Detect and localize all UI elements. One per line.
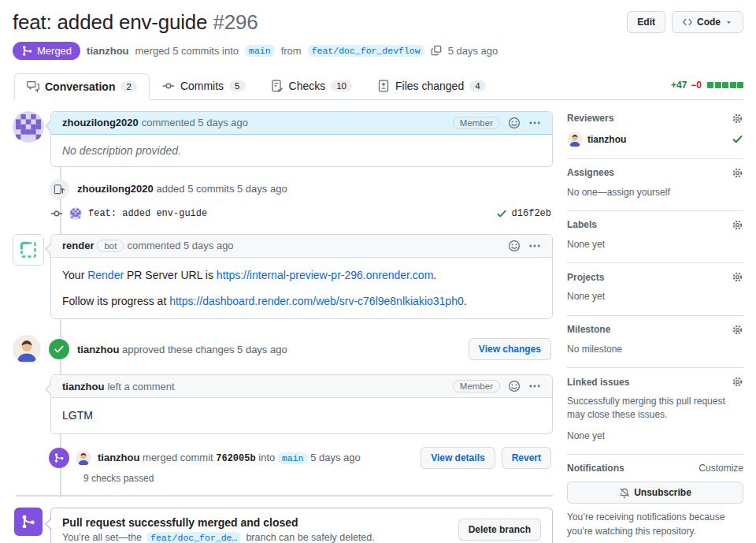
tab-conversation[interactable]: Conversation 2: [14, 73, 150, 100]
smiley-icon: [508, 240, 521, 252]
header-actions: Edit Code: [627, 11, 743, 33]
avatar-tianzhou-small: [567, 132, 583, 147]
merge-author-link[interactable]: tianzhou: [87, 45, 128, 57]
customize-link[interactable]: Customize: [699, 463, 743, 474]
bot-comment-line2: Follow its progress at https://dashboard…: [62, 293, 541, 309]
reviewer-name[interactable]: tianzhou: [587, 134, 626, 145]
milestone-title: Milestone: [567, 324, 610, 335]
git-commit-icon: [162, 80, 175, 92]
from-word: from: [281, 45, 302, 57]
tab-label: Files changed: [395, 80, 464, 92]
linked-issues-description: Successfully merging this pull request m…: [567, 395, 743, 422]
commit-sha-link[interactable]: d16f2eb: [512, 208, 551, 219]
bot-badge: bot: [97, 240, 124, 252]
emoji-reaction-button[interactable]: [508, 240, 521, 252]
tab-commits[interactable]: Commits 5: [150, 73, 258, 99]
comment-options-button[interactable]: [528, 380, 541, 392]
avatar-render-bot[interactable]: [13, 234, 44, 266]
gear-icon[interactable]: [732, 219, 743, 231]
gear-icon[interactable]: [732, 324, 743, 336]
event-author[interactable]: tianzhou: [77, 344, 119, 355]
checks-success-icon[interactable]: [496, 208, 507, 219]
assignees-empty-text[interactable]: No one—assign yourself: [567, 186, 743, 199]
merge-commit-sha[interactable]: 762005b: [216, 453, 255, 464]
comment-options-button[interactable]: [528, 117, 541, 129]
comment-author[interactable]: tianzhou: [62, 381, 104, 392]
merge-time: 5 days ago: [310, 452, 361, 463]
timeline-divider: [16, 495, 553, 497]
edit-button[interactable]: Edit: [627, 11, 665, 33]
merged-banner: Pull request successfully merged and clo…: [13, 508, 553, 543]
event-author[interactable]: tianzhou: [98, 452, 139, 463]
diffstat: +47 −0: [671, 80, 743, 91]
emoji-reaction-button[interactable]: [508, 380, 521, 392]
conversation-timeline: zhouzilong2020 commented 5 days ago Memb…: [13, 111, 553, 543]
head-branch-label[interactable]: feat/doc_for_devflow: [308, 45, 424, 57]
gear-icon[interactable]: [732, 113, 743, 125]
render-link[interactable]: Render: [87, 269, 124, 281]
comment-author[interactable]: render: [62, 240, 94, 251]
copy-icon[interactable]: [431, 45, 442, 56]
linked-issues-empty-text: None yet: [567, 430, 743, 443]
smiley-icon: [508, 117, 521, 129]
reviewer-row[interactable]: tianzhou: [567, 132, 743, 147]
base-branch-label[interactable]: main: [245, 45, 275, 57]
kebab-icon: [528, 380, 541, 392]
tab-files-changed[interactable]: Files changed 4: [365, 73, 498, 99]
code-button[interactable]: Code: [672, 11, 743, 33]
tab-counter: 2: [120, 81, 136, 92]
approved-check-icon: [732, 133, 743, 145]
comment-box: render bot commented 5 days ago Your Ren…: [50, 234, 553, 320]
comment-options-button[interactable]: [528, 240, 541, 252]
pr-number: #296: [213, 10, 258, 34]
bell-slash-icon: [619, 487, 630, 498]
comment-body: Your Render PR Server URL is https://int…: [51, 258, 552, 319]
deleted-branch-label[interactable]: feat/doc_for_de…: [146, 532, 241, 543]
tab-label: Conversation: [45, 80, 115, 93]
projects-title: Projects: [567, 272, 604, 283]
view-details-button[interactable]: View details: [421, 447, 495, 469]
checks-passed-link[interactable]: 9 checks passed: [83, 473, 553, 484]
no-description-text: No description provided.: [62, 144, 181, 157]
bot-comment: render bot commented 5 days ago Your Ren…: [13, 234, 553, 320]
review-comment-text: LGTM: [62, 409, 93, 422]
tab-checks[interactable]: Checks 10: [258, 73, 365, 99]
milestone-empty-text: No milestone: [567, 343, 743, 356]
commit-message-link[interactable]: feat: added env-guide: [88, 208, 207, 219]
comment-discussion-icon: [27, 80, 39, 93]
view-changes-button[interactable]: View changes: [469, 338, 551, 360]
sidebar-section-projects: Projects None yet: [567, 263, 743, 315]
pull-request-page: Edit Code feat: added env-guide #296 Mer…: [0, 0, 756, 543]
gear-icon[interactable]: [732, 271, 743, 283]
pr-meta: Merged tianzhou merged 5 commits into ma…: [13, 42, 743, 60]
banner-subtitle: You’re all set—the feat/doc_for_de… bran…: [62, 532, 375, 543]
unsubscribe-button[interactable]: Unsubscribe: [567, 482, 743, 504]
avatar-tianzhou[interactable]: [13, 335, 41, 363]
avatar-zhouzilong2020[interactable]: [13, 111, 44, 143]
member-badge: Member: [453, 117, 500, 129]
code-icon: [682, 17, 693, 28]
notifications-title: Notifications: [567, 463, 624, 474]
approval-event: tianzhou approved these changes 5 days a…: [13, 335, 553, 363]
comment-action: commented 5 days ago: [142, 117, 248, 128]
delete-branch-button[interactable]: Delete branch: [458, 519, 541, 541]
merge-branch-label[interactable]: main: [278, 452, 308, 464]
unsubscribe-label: Unsubscribe: [634, 487, 691, 498]
merge-event: tianzhou merged commit 762005b into main…: [49, 447, 553, 469]
gear-icon[interactable]: [732, 167, 743, 179]
assignees-title: Assignees: [567, 167, 614, 178]
revert-button[interactable]: Revert: [502, 447, 551, 469]
tab-counter: 10: [331, 80, 352, 91]
dashboard-url-link[interactable]: https://dashboard.render.com/web/srv-c76…: [169, 295, 464, 307]
sidebar-section-milestone: Milestone No milestone: [567, 316, 743, 368]
comment-author[interactable]: zhouzilong2020: [62, 117, 139, 128]
banner-title: Pull request successfully merged and clo…: [62, 516, 375, 529]
event-author[interactable]: zhouzilong2020: [77, 183, 154, 195]
avatar-zhouzilong2020-small[interactable]: [69, 207, 82, 220]
emoji-reaction-button[interactable]: [508, 117, 521, 129]
pr-main: zhouzilong2020 commented 5 days ago Memb…: [13, 111, 743, 543]
preview-url-link[interactable]: https://internal-preview-pr-296.onrender…: [217, 269, 433, 281]
commits-event-badge: [49, 179, 69, 199]
gear-icon[interactable]: [732, 376, 743, 388]
avatar-tianzhou-small[interactable]: [76, 450, 91, 466]
